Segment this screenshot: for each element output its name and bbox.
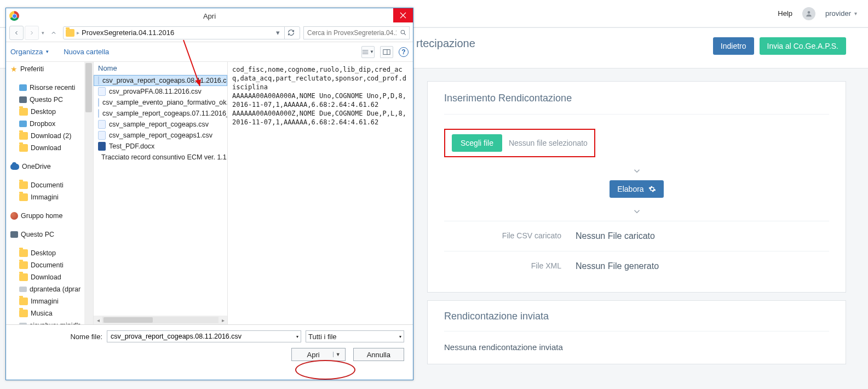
search-box[interactable]: [303, 26, 410, 39]
breadcrumb-sep: ▸: [77, 30, 79, 36]
refresh-icon: [288, 29, 295, 36]
folder-icon: [19, 132, 28, 140]
breadcrumb-folder[interactable]: ProvexSegreteria.04.11.2016: [82, 28, 174, 37]
file-name: csv_sample_report_cogeaps.csv: [109, 121, 209, 128]
tree-preferiti[interactable]: ★Preferiti: [9, 63, 93, 75]
help-button[interactable]: ?: [399, 47, 409, 57]
folder-icon: [19, 249, 28, 257]
tree-item[interactable]: Musica: [18, 307, 93, 319]
close-icon: [400, 12, 406, 19]
nav-back-button[interactable]: [9, 26, 24, 40]
tree-item[interactable]: Download: [18, 271, 93, 283]
address-dropdown[interactable]: ▾: [273, 28, 282, 37]
refresh-button[interactable]: [284, 26, 297, 39]
tree-scrollbar[interactable]: [84, 62, 93, 324]
user-menu[interactable]: provider ▾: [825, 9, 857, 18]
view-options-button[interactable]: ▼: [361, 46, 375, 58]
folder-icon: [19, 310, 28, 317]
folder-icon: [19, 298, 28, 305]
invia-cogeaps-button[interactable]: Invia al Co.Ge.A.P.S.: [760, 37, 846, 55]
tree-gruppo-home[interactable]: Gruppo home: [9, 210, 93, 222]
file-name: csv_sample_evento_piano_formativo_ok....: [102, 99, 227, 106]
tree-item[interactable]: sisyphus: minidlr: [18, 319, 93, 324]
tree-questo-pc[interactable]: Questo PC: [9, 228, 93, 241]
indietro-button[interactable]: Indietro: [713, 37, 754, 55]
tree-item[interactable]: Documenti: [18, 259, 93, 271]
open-button[interactable]: Apri ▼: [291, 348, 346, 361]
file-list-hscrollbar[interactable]: ◂ ▸: [94, 316, 227, 324]
nav-history-dropdown[interactable]: ▾: [40, 30, 45, 36]
tree-onedrive[interactable]: OneDrive: [9, 161, 93, 173]
preview-pane-button[interactable]: [380, 46, 393, 58]
chevron-down-icon: ▾: [854, 10, 857, 16]
dialog-toolbar: Organizza ▼ Nuova cartella ▼ ?: [6, 42, 413, 62]
organizza-menu[interactable]: Organizza ▼: [10, 48, 49, 56]
tree-item[interactable]: Documenti: [18, 179, 93, 191]
file-name: csv_sample_report_cogeaps1.csv: [109, 131, 212, 139]
dialog-titlebar[interactable]: Apri: [6, 8, 413, 24]
tree-item[interactable]: Questo PC: [18, 94, 93, 106]
folder-icon: [19, 108, 28, 116]
open-split-dropdown[interactable]: ▼: [333, 352, 343, 357]
file-item[interactable]: csv_provaPFA.08.11.2016.csv: [94, 86, 227, 97]
filename-input-wrap[interactable]: ▾: [107, 330, 301, 342]
csv-value: Nessun File caricato: [576, 231, 655, 241]
scroll-left-icon[interactable]: ◂: [94, 317, 102, 323]
folder-icon: [19, 96, 27, 103]
file-item[interactable]: Test_PDF.docx: [94, 141, 227, 152]
filename-input[interactable]: [110, 332, 296, 341]
file-item[interactable]: csv_sample_report_cogeaps.07.11.2016_o..…: [94, 108, 227, 119]
file-icon: [98, 120, 106, 129]
chrome-icon: [9, 11, 19, 21]
filename-label: Nome file:: [61, 333, 102, 341]
page-title: rtecipazione: [416, 37, 475, 50]
help-link[interactable]: Help: [778, 9, 792, 18]
folder-icon: [19, 273, 28, 281]
file-item[interactable]: csv_sample_evento_piano_formativo_ok....: [94, 97, 227, 108]
filetype-select[interactable]: Tutti i file ▾: [306, 330, 404, 342]
organizza-label: Organizza: [10, 48, 43, 56]
file-icon: [98, 98, 99, 107]
file-item[interactable]: csv_sample_report_cogeaps.csv: [94, 119, 227, 130]
column-header-name[interactable]: Nome: [94, 62, 227, 75]
file-item[interactable]: csv_prova_report_cogeaps.08.11.2016.csv: [94, 75, 227, 86]
preview-icon: [383, 49, 390, 55]
file-list[interactable]: Nome csv_prova_report_cogeaps.08.11.2016…: [94, 62, 228, 324]
close-button[interactable]: [393, 8, 413, 22]
tree-item[interactable]: dpranteda (dprar: [18, 283, 93, 295]
tree-item[interactable]: Immagini: [18, 191, 93, 203]
nav-forward-button[interactable]: [25, 26, 39, 40]
chevron-down-icon: [630, 204, 644, 219]
search-input[interactable]: [306, 28, 398, 37]
tree-item[interactable]: Dropbox: [18, 118, 93, 130]
dialog-title: Apri: [203, 12, 216, 20]
file-icon: [98, 142, 106, 151]
tree-item[interactable]: Immagini: [18, 295, 93, 307]
scegli-file-button[interactable]: Scegli file: [452, 134, 502, 152]
scroll-right-icon[interactable]: ▸: [219, 317, 227, 323]
file-item[interactable]: csv_sample_report_cogeaps1.csv: [94, 130, 227, 141]
svg-point-0: [808, 11, 810, 14]
tree-item[interactable]: Risorse recenti: [18, 82, 93, 94]
file-preview-pane: cod_fisc,nome,cognome,ruolo,lib_dip,cred…: [228, 62, 413, 324]
tree-item[interactable]: Desktop: [18, 106, 93, 118]
folder-icon: [19, 181, 28, 189]
folder-icon: [66, 29, 74, 37]
nav-tree[interactable]: ★Preferiti Risorse recentiQuesto PCDeskt…: [6, 62, 94, 324]
file-status-text: Nessun file selezionato: [509, 139, 588, 147]
file-upload-box: Scegli file Nessun file selezionato: [444, 129, 595, 157]
cancel-button[interactable]: Annulla: [353, 348, 404, 361]
elabora-button[interactable]: Elabora: [610, 180, 663, 198]
nuova-cartella-button[interactable]: Nuova cartella: [64, 48, 109, 56]
tree-item[interactable]: Download (2): [18, 130, 93, 142]
user-name: provider: [825, 9, 851, 18]
tree-item[interactable]: Desktop: [18, 247, 93, 259]
star-icon: ★: [10, 64, 18, 74]
address-bar[interactable]: ▸ ProvexSegreteria.04.11.2016 ▾: [63, 26, 300, 39]
csv-label: File CSV caricato: [444, 231, 576, 241]
chevron-down-icon[interactable]: ▾: [296, 334, 298, 339]
tree-item[interactable]: Download: [18, 142, 93, 154]
file-item[interactable]: Tracciato record consuntivo ECM ver. 1.1…: [94, 152, 227, 163]
file-name: Test_PDF.docx: [109, 142, 154, 150]
nav-up-button[interactable]: [47, 26, 61, 40]
